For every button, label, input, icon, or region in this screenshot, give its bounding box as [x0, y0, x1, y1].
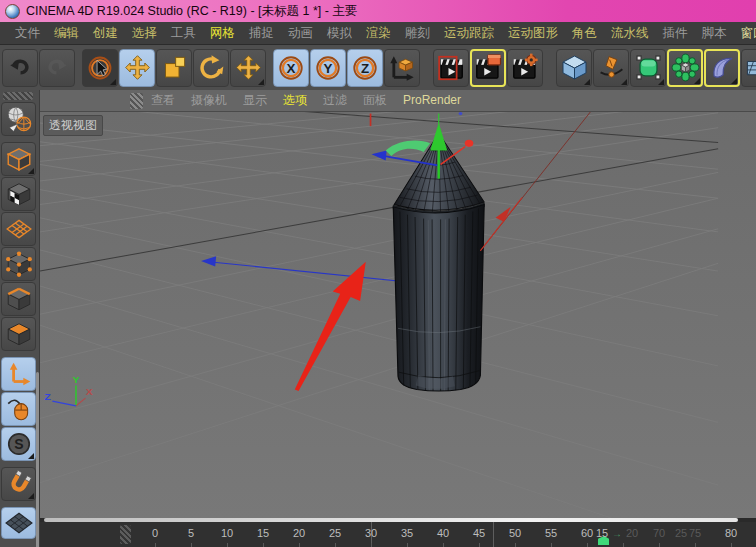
cinema4d-logo-icon — [5, 4, 20, 19]
svg-text:Y: Y — [73, 375, 81, 385]
ruler-tick — [335, 543, 336, 547]
viewport-menu-item-4[interactable]: 选项 — [275, 90, 315, 111]
undo-button[interactable] — [2, 49, 38, 87]
make-editable-button[interactable] — [1, 102, 36, 136]
gizmo-x-handle[interactable] — [465, 140, 474, 147]
svg-text:S: S — [14, 436, 23, 452]
coordinate-system-button[interactable] — [384, 49, 420, 87]
ruler-number: 5 — [188, 527, 194, 539]
menu-item-2[interactable]: 编辑 — [47, 22, 86, 44]
sidebar-grip[interactable] — [3, 92, 33, 100]
rotate-tool-button[interactable] — [193, 49, 229, 87]
ruler-tick — [299, 543, 300, 547]
ruler-number: 55 — [545, 527, 557, 539]
viewport-solo-button[interactable]: S — [1, 427, 36, 461]
viewport-menu-item-6[interactable]: 面板 — [355, 90, 395, 111]
points-mode-button[interactable] — [1, 247, 36, 281]
workplane-mode-button[interactable] — [1, 212, 36, 246]
rotate-tool-icon — [198, 54, 225, 81]
subdivision-surface-button[interactable] — [630, 49, 666, 87]
ruler-number: 15 — [257, 527, 269, 539]
timeline-grip[interactable] — [120, 525, 131, 544]
menu-item-4[interactable]: 选择 — [125, 22, 164, 44]
menu-item-10[interactable]: 渲染 — [359, 22, 398, 44]
menu-item-1[interactable]: 文件 — [8, 22, 47, 44]
viewport-menu-item-5[interactable]: 过滤 — [315, 90, 355, 111]
last-used-move-icon — [235, 54, 262, 81]
menu-item-18[interactable]: 窗口 — [734, 22, 756, 44]
lock-z-button[interactable]: Z — [347, 49, 383, 87]
lock-x-button[interactable]: X — [273, 49, 309, 87]
ruler-number: 80 — [725, 527, 737, 539]
floor-object-button[interactable] — [741, 49, 756, 87]
ruler-number: 60 — [581, 527, 593, 539]
ruler-number: 40 — [437, 527, 449, 539]
viewport-label: 透视视图 — [43, 115, 103, 136]
lock-y-button[interactable]: Y — [310, 49, 346, 87]
main-toolbar: X Y Z — [0, 45, 756, 91]
render-settings-button[interactable] — [507, 49, 543, 87]
ruler-tick — [515, 543, 516, 547]
scale-tool-icon — [161, 54, 188, 81]
tweak-mode-button[interactable] — [1, 392, 36, 426]
viewport-menu-grip[interactable] — [130, 93, 143, 109]
lock-y-icon: Y — [314, 54, 342, 82]
cube-primitive-button[interactable] — [556, 49, 592, 87]
flyout-corner — [258, 79, 264, 85]
menu-item-7[interactable]: 捕捉 — [242, 22, 281, 44]
axis-indicator: Y X Z — [44, 375, 93, 406]
menu-item-8[interactable]: 动画 — [281, 22, 320, 44]
workplane-snap-button[interactable] — [1, 507, 36, 539]
polygons-mode-button[interactable] — [1, 317, 36, 351]
sidebar-scrollbar[interactable] — [36, 372, 39, 547]
title-bar[interactable]: CINEMA 4D R19.024 Studio (RC - R19) - [未… — [0, 0, 756, 22]
menu-item-13[interactable]: 运动图形 — [501, 22, 565, 44]
menu-item-3[interactable]: 创建 — [86, 22, 125, 44]
flyout-corner — [658, 79, 664, 85]
cinema4d-window: { "window": { "title": "CINEMA 4D R19.02… — [0, 0, 756, 547]
live-selection-button[interactable] — [82, 49, 118, 87]
menu-item-6[interactable]: 网格 — [203, 22, 242, 44]
menu-item-15[interactable]: 流水线 — [604, 22, 656, 44]
menu-item-17[interactable]: 脚本 — [695, 22, 734, 44]
mode-sidebar: S — [0, 90, 40, 547]
last-used-tool-button[interactable] — [230, 49, 266, 87]
viewport-menu-item-2[interactable]: 摄像机 — [183, 90, 235, 111]
gizmo-rotation-band[interactable] — [386, 141, 431, 156]
enable-snap-button[interactable] — [1, 467, 36, 501]
render-view-button[interactable] — [433, 49, 469, 87]
viewport-menu-item-3[interactable]: 显示 — [235, 90, 275, 111]
menu-item-12[interactable]: 运动跟踪 — [437, 22, 501, 44]
gizmo-y-arrow[interactable] — [430, 123, 447, 150]
viewport-menu-item-1[interactable]: 查看 — [143, 90, 183, 111]
timeline-ruler[interactable]: → 051015202530354045505560707580152025 — [40, 522, 756, 547]
redo-button — [39, 49, 75, 87]
ruler-tick — [587, 543, 588, 547]
perspective-viewport[interactable]: Y X Z 透视视图 — [40, 112, 756, 518]
menu-item-11[interactable]: 雕刻 — [398, 22, 437, 44]
pen-spline-button[interactable] — [593, 49, 629, 87]
menu-item-5[interactable]: 工具 — [164, 22, 203, 44]
menu-item-16[interactable]: 插件 — [656, 22, 695, 44]
bend-deformer-button[interactable] — [704, 49, 740, 87]
enable-axis-button[interactable] — [1, 357, 36, 391]
ruler-number: 30 — [365, 527, 377, 539]
ruler-tick — [659, 543, 660, 547]
flyout-corner — [584, 79, 590, 85]
viewport-menu-item-7[interactable]: ProRender — [395, 90, 469, 111]
viewport-menu-items: 查看摄像机显示选项过滤面板ProRender — [143, 90, 469, 111]
tweak-mode-icon — [5, 395, 33, 423]
menu-item-14[interactable]: 角色 — [565, 22, 604, 44]
menu-item-9[interactable]: 模拟 — [320, 22, 359, 44]
model-mode-button[interactable] — [1, 142, 36, 176]
ruler-tick — [695, 543, 696, 547]
edges-mode-button[interactable] — [1, 282, 36, 316]
mograph-cloner-button[interactable] — [667, 49, 703, 87]
scale-tool-button[interactable] — [156, 49, 192, 87]
ruler-number: 10 — [221, 527, 233, 539]
undo-icon — [7, 55, 33, 81]
render-picture-viewer-button[interactable] — [470, 49, 506, 87]
texture-mode-button[interactable] — [1, 177, 36, 211]
move-tool-button[interactable] — [119, 49, 155, 87]
flyout-corner — [28, 453, 34, 459]
